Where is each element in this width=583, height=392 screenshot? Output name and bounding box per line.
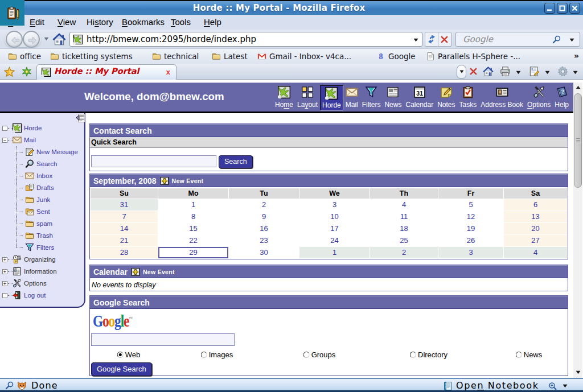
bookmark-technical[interactable]: technical bbox=[152, 52, 199, 61]
search-box[interactable]: Google bbox=[455, 32, 580, 47]
month-new-event[interactable]: New Event bbox=[161, 177, 204, 185]
app-address-book[interactable]: Address Book bbox=[479, 83, 525, 110]
app-calendar[interactable]: Calendar bbox=[404, 83, 435, 110]
sidebar-item-sent[interactable]: Sent bbox=[0, 206, 84, 218]
day-cell[interactable]: 24 bbox=[299, 235, 369, 246]
day-link[interactable]: 7 bbox=[122, 212, 126, 221]
day-link[interactable]: 31 bbox=[120, 200, 128, 209]
bookmark-ticketting-systems[interactable]: ticketting systems bbox=[50, 52, 133, 61]
scroll-down-arrow[interactable] bbox=[573, 368, 582, 377]
day-link[interactable]: 12 bbox=[467, 212, 475, 221]
radio-button[interactable] bbox=[516, 352, 522, 358]
radio-button[interactable] bbox=[117, 352, 124, 358]
google-option-web[interactable]: Web bbox=[117, 350, 141, 359]
sidebar-item-label[interactable]: Sent bbox=[36, 208, 50, 215]
contact-search-button[interactable]: Search bbox=[219, 155, 253, 168]
day-cell[interactable]: 27 bbox=[504, 235, 567, 246]
sidebar-item-new-message[interactable]: New Message bbox=[0, 146, 84, 158]
tree-expander[interactable] bbox=[2, 293, 7, 298]
sidebar-item-options[interactable]: +Options bbox=[0, 278, 84, 290]
form-edit-icon[interactable] bbox=[529, 66, 540, 77]
bookmark-google[interactable]: Google bbox=[376, 52, 416, 61]
forward-button[interactable] bbox=[23, 31, 40, 48]
day-cell[interactable]: 5 bbox=[438, 199, 503, 211]
day-link[interactable]: 9 bbox=[262, 212, 266, 221]
day-link[interactable]: 13 bbox=[531, 212, 539, 221]
title-bar[interactable]: Horde :: My Portal - Mozilla Firefox bbox=[0, 0, 583, 15]
google-option-images[interactable]: Images bbox=[201, 350, 233, 359]
sidebar-item-inbox[interactable]: Inbox bbox=[0, 170, 84, 182]
tree-expander[interactable] bbox=[2, 126, 7, 131]
menu-history[interactable]: History bbox=[87, 15, 113, 30]
tab-horde-my-portal[interactable]: Horde :: My Portal x bbox=[36, 64, 176, 80]
day-cell[interactable]: 3 bbox=[299, 199, 369, 211]
toolbar-home-icon[interactable] bbox=[483, 66, 494, 77]
day-link[interactable]: 18 bbox=[400, 224, 408, 233]
day-cell[interactable]: 1 bbox=[158, 199, 228, 211]
app-layout[interactable]: Layout bbox=[295, 83, 319, 110]
day-cell[interactable]: 4 bbox=[504, 247, 567, 258]
day-link[interactable]: 22 bbox=[189, 236, 197, 245]
close-tab-x-icon[interactable] bbox=[469, 67, 478, 76]
settings-dropdown-icon[interactable] bbox=[573, 71, 578, 75]
app-tasks[interactable]: Tasks bbox=[458, 83, 479, 110]
day-link[interactable]: 27 bbox=[531, 236, 539, 245]
day-cell[interactable]: 11 bbox=[370, 211, 438, 222]
day-cell[interactable]: 22 bbox=[158, 235, 228, 246]
bookmark-parallels-h-sphere-[interactable]: Parallels H-Sphere -... bbox=[426, 52, 520, 61]
menu-edit[interactable]: Edit bbox=[30, 15, 44, 30]
sidebar-item-label[interactable]: spam bbox=[36, 220, 52, 227]
day-cell[interactable]: 25 bbox=[370, 235, 438, 246]
day-link[interactable]: 5 bbox=[469, 200, 473, 209]
day-cell[interactable]: 13 bbox=[504, 211, 567, 222]
day-cell[interactable]: 26 bbox=[438, 235, 503, 246]
menu-tools[interactable]: Tools bbox=[171, 15, 191, 30]
day-link[interactable]: 14 bbox=[120, 224, 128, 233]
radio-button[interactable] bbox=[410, 352, 416, 358]
sidebar-item-trash[interactable]: Trash bbox=[0, 230, 84, 242]
day-link[interactable]: 2 bbox=[402, 248, 406, 257]
bookmark-office[interactable]: office bbox=[8, 52, 41, 61]
sidebar-item-label[interactable]: New Message bbox=[36, 148, 78, 155]
app-options[interactable]: Options bbox=[525, 83, 552, 110]
day-cell[interactable]: 20 bbox=[504, 223, 567, 234]
close-button[interactable] bbox=[569, 3, 580, 14]
day-link[interactable]: 20 bbox=[531, 224, 539, 233]
tree-expander-plus[interactable]: + bbox=[2, 269, 7, 274]
day-link[interactable]: 16 bbox=[260, 224, 268, 233]
sidebar-item-label[interactable]: Options bbox=[24, 280, 47, 287]
app-mail[interactable]: Mail bbox=[344, 83, 360, 110]
sidebar-item-label[interactable]: Information bbox=[24, 268, 57, 275]
sidebar-item-label[interactable]: Filters bbox=[36, 244, 54, 251]
print-icon[interactable] bbox=[500, 66, 511, 77]
google-option-news[interactable]: News bbox=[516, 350, 543, 359]
new-event-icon[interactable] bbox=[161, 177, 169, 185]
notebook-icon[interactable] bbox=[443, 381, 453, 391]
day-link[interactable]: 1 bbox=[191, 200, 195, 209]
day-cell[interactable]: 7 bbox=[91, 211, 158, 222]
fox-extension-icon[interactable] bbox=[17, 381, 27, 391]
calendar-new-event[interactable]: New Event bbox=[132, 268, 175, 276]
menu-view[interactable]: View bbox=[58, 15, 76, 30]
day-cell[interactable]: 23 bbox=[229, 235, 299, 246]
maximize-button[interactable] bbox=[557, 3, 568, 14]
day-link[interactable]: 4 bbox=[402, 200, 406, 209]
quick-search-input[interactable] bbox=[91, 155, 216, 167]
radio-button[interactable] bbox=[201, 352, 207, 358]
day-cell[interactable]: 12 bbox=[438, 211, 503, 222]
sidebar-item-label[interactable]: Log out bbox=[24, 292, 46, 299]
google-search-input[interactable] bbox=[91, 333, 235, 346]
scrollbar-thumb[interactable] bbox=[574, 93, 582, 188]
scroll-up-arrow[interactable] bbox=[573, 82, 582, 92]
sidebar-item-label[interactable]: Inbox bbox=[36, 172, 52, 179]
google-search-button[interactable]: Google Search bbox=[91, 362, 152, 376]
day-link[interactable]: 17 bbox=[330, 224, 338, 233]
home-button[interactable] bbox=[52, 32, 66, 46]
day-cell-today[interactable]: 29 bbox=[158, 247, 228, 258]
day-cell[interactable]: 16 bbox=[229, 223, 299, 234]
app-news[interactable]: News bbox=[383, 83, 403, 110]
bookmark-star-icon[interactable] bbox=[4, 67, 15, 77]
day-cell[interactable]: 14 bbox=[91, 223, 158, 234]
bookmarks-overflow-chevron[interactable]: » bbox=[574, 51, 579, 60]
day-cell[interactable]: 6 bbox=[504, 199, 567, 211]
